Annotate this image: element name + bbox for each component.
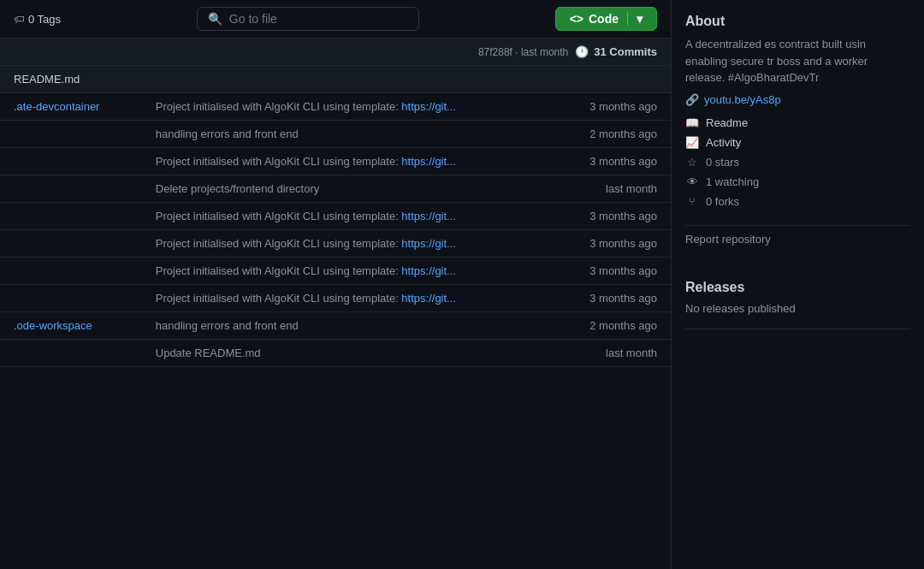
toolbar: 🏷 0 Tags 🔍 <> Code ▾	[0, 0, 671, 39]
history-icon: 🕐	[575, 45, 589, 58]
file-table: README.md .ate-devcontainer Project init…	[0, 66, 671, 367]
commit-link[interactable]: https://git...	[401, 210, 456, 222]
link-text: youtu.be/yAs8p	[704, 93, 781, 106]
file-commit: Project initialised with AlgoKit CLI usi…	[142, 230, 553, 258]
file-time: 3 months ago	[552, 230, 671, 258]
file-time: last month	[552, 175, 671, 203]
stars-label: 0 stars	[706, 156, 739, 169]
goto-file-search[interactable]: 🔍	[197, 7, 419, 31]
file-commit: Update README.md	[142, 340, 553, 367]
watching-label: 1 watching	[706, 175, 759, 188]
file-commit: handling errors and front end	[142, 121, 553, 148]
tag-icon: 🏷	[14, 13, 25, 26]
chevron-down-icon: ▾	[637, 12, 643, 26]
commits-count-label: 31 Commits	[594, 45, 657, 58]
readme-label: Readme	[706, 116, 748, 129]
file-name	[0, 203, 142, 230]
commit-link[interactable]: https://git...	[401, 237, 456, 250]
repo-link[interactable]: 🔗 youtu.be/yAs8p	[685, 93, 910, 106]
table-row: Project initialised with AlgoKit CLI usi…	[0, 203, 671, 230]
file-commit: Project initialised with AlgoKit CLI usi…	[142, 203, 553, 230]
commit-hash: 87f288f · last month	[478, 46, 568, 58]
about-title: About	[685, 14, 910, 29]
file-commit	[142, 66, 553, 93]
about-text: A decentralized es contract built usin e…	[685, 36, 910, 86]
table-row: Project initialised with AlgoKit CLI usi…	[0, 258, 671, 285]
file-commit: Delete projects/frontend directory	[142, 175, 553, 203]
file-name	[0, 121, 142, 148]
file-commit: Project initialised with AlgoKit CLI usi…	[142, 285, 553, 312]
about-section: About A decentralized es contract built …	[685, 0, 910, 226]
watching-item[interactable]: 👁 1 watching	[685, 172, 910, 192]
file-time: 3 months ago	[552, 285, 671, 312]
table-row: handling errors and front end 2 months a…	[0, 121, 671, 148]
book-icon: 📖	[685, 116, 699, 129]
table-row: Project initialised with AlgoKit CLI usi…	[0, 148, 671, 175]
commit-link[interactable]: https://git...	[401, 264, 456, 277]
file-name	[0, 285, 142, 312]
code-button[interactable]: <> Code ▾	[555, 7, 657, 31]
file-time: 3 months ago	[552, 258, 671, 285]
table-row: Delete projects/frontend directory last …	[0, 175, 671, 203]
no-releases-text: No releases published	[685, 302, 910, 315]
file-name	[0, 175, 142, 203]
btn-divider	[627, 12, 628, 26]
fork-icon: ⑂	[685, 195, 699, 208]
releases-section: Releases No releases published	[685, 252, 910, 329]
file-name	[0, 230, 142, 258]
tags-label: 0 Tags	[28, 13, 61, 26]
file-commit: Project initialised with AlgoKit CLI usi…	[142, 258, 553, 285]
eye-icon: 👁	[685, 175, 699, 188]
forks-item[interactable]: ⑂ 0 forks	[685, 192, 910, 211]
activity-icon: 📈	[685, 136, 699, 149]
file-name[interactable]: README.md	[0, 66, 142, 93]
report-repository-link[interactable]: Report repository	[685, 226, 910, 252]
table-row: README.md	[0, 66, 671, 93]
releases-title: Releases	[685, 280, 910, 295]
file-time	[552, 66, 671, 93]
file-time: last month	[552, 340, 671, 367]
table-row: Project initialised with AlgoKit CLI usi…	[0, 285, 671, 312]
tags-badge: 🏷 0 Tags	[14, 13, 61, 26]
activity-label: Activity	[706, 136, 741, 149]
search-input[interactable]	[229, 12, 408, 26]
sidebar: About A decentralized es contract built …	[671, 0, 924, 569]
toolbar-left: 🏷 0 Tags	[14, 13, 61, 26]
activity-item[interactable]: 📈 Activity	[685, 133, 910, 152]
star-icon: ☆	[685, 156, 699, 169]
commits-bar: 87f288f · last month 🕐 31 Commits	[0, 39, 671, 66]
file-time: 3 months ago	[552, 203, 671, 230]
file-commit: Project initialised with AlgoKit CLI usi…	[142, 148, 553, 175]
table-row: .ate-devcontainer Project initialised wi…	[0, 93, 671, 121]
file-time: 2 months ago	[552, 312, 671, 340]
file-name[interactable]: .ate-devcontainer	[0, 93, 142, 121]
search-icon: 🔍	[208, 12, 222, 26]
forks-label: 0 forks	[706, 195, 739, 208]
code-button-label: Code	[589, 12, 619, 26]
table-row: .ode-workspace handling errors and front…	[0, 312, 671, 340]
file-name	[0, 148, 142, 175]
commit-link[interactable]: https://git...	[401, 292, 456, 305]
file-time: 2 months ago	[552, 121, 671, 148]
readme-item[interactable]: 📖 Readme	[685, 113, 910, 133]
commit-link[interactable]: https://git...	[401, 155, 456, 168]
code-icon: <>	[570, 12, 583, 26]
link-icon: 🔗	[685, 93, 699, 106]
file-commit: handling errors and front end	[142, 312, 553, 340]
table-row: Project initialised with AlgoKit CLI usi…	[0, 230, 671, 258]
commits-count[interactable]: 🕐 31 Commits	[575, 45, 657, 58]
table-row: Update README.md last month	[0, 340, 671, 367]
file-name	[0, 340, 142, 367]
commit-link[interactable]: https://git...	[401, 100, 456, 113]
file-name	[0, 258, 142, 285]
stars-item[interactable]: ☆ 0 stars	[685, 152, 910, 172]
file-time: 3 months ago	[552, 148, 671, 175]
file-name[interactable]: .ode-workspace	[0, 312, 142, 340]
file-time: 3 months ago	[552, 93, 671, 121]
toolbar-center: 🔍	[68, 7, 548, 31]
file-commit: Project initialised with AlgoKit CLI usi…	[142, 93, 553, 121]
